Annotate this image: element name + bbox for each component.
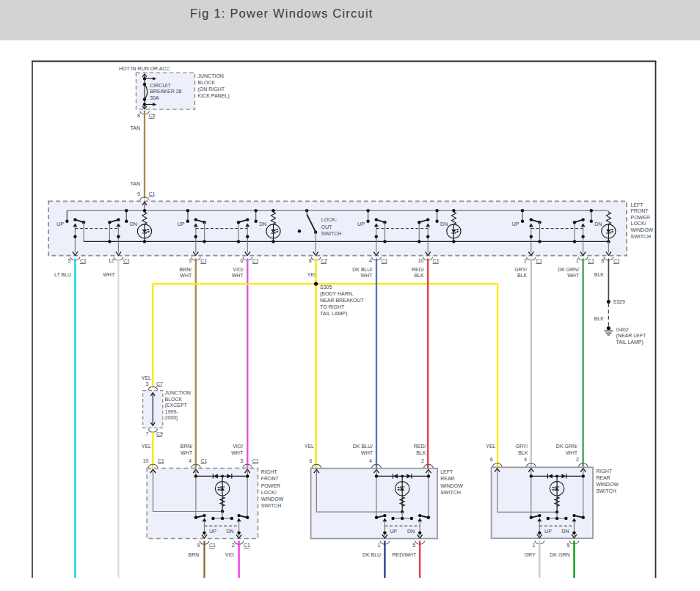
svg-text:DK GRN/: DK GRN/ xyxy=(556,444,577,449)
svg-text:SWITCH: SWITCH xyxy=(631,234,652,239)
svg-text:WINDOW: WINDOW xyxy=(631,227,654,232)
svg-text:DN: DN xyxy=(407,529,415,534)
svg-text:CIRCUIT: CIRCUIT xyxy=(150,83,171,88)
svg-text:30A: 30A xyxy=(150,95,159,100)
svg-text:UP: UP xyxy=(209,529,216,534)
svg-text:TAN: TAN xyxy=(131,181,140,186)
svg-text:LOCK/: LOCK/ xyxy=(261,490,277,495)
svg-text:4: 4 xyxy=(369,458,372,463)
svg-text:POWER: POWER xyxy=(631,215,650,220)
svg-text:DN: DN xyxy=(130,221,137,227)
svg-text:BRN/: BRN/ xyxy=(180,267,192,272)
svg-text:VIO/: VIO/ xyxy=(233,267,244,272)
svg-text:LOCK-: LOCK- xyxy=(321,217,338,222)
svg-text:WHT: WHT xyxy=(567,273,580,278)
svg-text:2: 2 xyxy=(524,258,527,263)
svg-text:BLK: BLK xyxy=(416,450,426,455)
svg-text:WINDOW: WINDOW xyxy=(440,483,463,488)
svg-text:BREAKER 28: BREAKER 28 xyxy=(150,89,181,94)
svg-text:BRN: BRN xyxy=(189,552,200,557)
svg-text:WHT: WHT xyxy=(566,450,578,455)
svg-text:1: 1 xyxy=(532,543,535,548)
svg-text:WINDOW: WINDOW xyxy=(596,482,619,487)
svg-text:LT BLU: LT BLU xyxy=(54,272,71,277)
svg-text:RIGHT: RIGHT xyxy=(596,469,613,474)
svg-text:BLK: BLK xyxy=(594,316,605,321)
svg-text:C1: C1 xyxy=(536,258,542,263)
svg-text:C7: C7 xyxy=(156,381,163,386)
svg-text:BLOCK: BLOCK xyxy=(198,80,216,85)
svg-text:LEFT: LEFT xyxy=(631,202,644,208)
svg-text:POWER: POWER xyxy=(261,483,280,488)
svg-text:REAR: REAR xyxy=(440,476,454,481)
svg-text:TO RIGHT: TO RIGHT xyxy=(320,304,345,309)
svg-text:BLK: BLK xyxy=(594,272,605,277)
svg-text:C5: C5 xyxy=(149,113,156,118)
svg-text:WHT: WHT xyxy=(181,450,193,455)
svg-text:BLK: BLK xyxy=(414,273,424,278)
svg-text:UP: UP xyxy=(178,221,185,227)
svg-text:RED/: RED/ xyxy=(414,444,426,449)
svg-text:3: 3 xyxy=(240,458,243,463)
svg-text:5: 5 xyxy=(567,543,570,548)
svg-text:DN: DN xyxy=(226,529,233,534)
svg-text:8: 8 xyxy=(137,113,140,118)
svg-text:WHT: WHT xyxy=(180,273,192,278)
svg-text:1: 1 xyxy=(377,543,380,548)
svg-text:TAN: TAN xyxy=(131,125,140,131)
svg-text:TAIL LAMP): TAIL LAMP) xyxy=(616,339,644,345)
svg-text:HOT IN RUN OR ACC: HOT IN RUN OR ACC xyxy=(119,66,170,71)
svg-text:FRONT: FRONT xyxy=(261,476,280,481)
svg-text:SWITCH: SWITCH xyxy=(261,503,282,508)
svg-text:4: 4 xyxy=(524,457,527,462)
svg-text:DK GRN: DK GRN xyxy=(550,552,569,557)
svg-text:DK GRN/: DK GRN/ xyxy=(558,267,579,272)
svg-text:YEL: YEL xyxy=(305,444,314,449)
svg-text:2000): 2000) xyxy=(165,415,178,421)
svg-text:12: 12 xyxy=(109,258,114,263)
svg-text:C1: C1 xyxy=(209,543,216,548)
svg-text:S305: S305 xyxy=(320,285,332,290)
svg-text:OUT: OUT xyxy=(321,224,333,230)
svg-text:REAR: REAR xyxy=(596,475,610,480)
svg-text:9: 9 xyxy=(197,543,200,548)
svg-text:C1: C1 xyxy=(588,258,594,263)
svg-text:6: 6 xyxy=(240,258,243,263)
svg-text:DK BLU/: DK BLU/ xyxy=(352,267,372,272)
svg-text:8: 8 xyxy=(601,258,604,263)
svg-text:10: 10 xyxy=(143,458,149,463)
svg-text:8: 8 xyxy=(309,258,312,263)
svg-text:BRN/: BRN/ xyxy=(181,444,193,449)
svg-text:C1: C1 xyxy=(123,258,130,263)
svg-text:C1: C1 xyxy=(80,258,87,263)
svg-text:(BODY HARN,: (BODY HARN, xyxy=(320,291,354,297)
svg-text:KICK PANEL): KICK PANEL) xyxy=(198,93,230,99)
svg-text:DN: DN xyxy=(440,221,448,227)
svg-text:UP: UP xyxy=(544,529,552,534)
svg-text:DK BLU/: DK BLU/ xyxy=(353,444,373,449)
svg-text:VIO: VIO xyxy=(225,552,235,557)
svg-text:C1: C1 xyxy=(149,191,156,197)
svg-text:BLK: BLK xyxy=(518,450,528,455)
svg-text:SWITCH: SWITCH xyxy=(596,488,616,493)
svg-text:6: 6 xyxy=(490,457,493,462)
svg-text:VIO/: VIO/ xyxy=(233,444,243,449)
svg-text:WHT: WHT xyxy=(361,450,373,455)
svg-text:(EXCEPT: (EXCEPT xyxy=(165,403,188,408)
svg-text:DN: DN xyxy=(594,221,602,227)
svg-text:UP: UP xyxy=(390,529,397,534)
svg-text:C1: C1 xyxy=(244,543,250,548)
svg-text:WINDOW: WINDOW xyxy=(261,496,284,502)
svg-text:(NEAR LEFT: (NEAR LEFT xyxy=(616,333,647,339)
svg-text:YEL: YEL xyxy=(142,375,151,381)
svg-text:5: 5 xyxy=(412,543,415,548)
svg-text:WHT: WHT xyxy=(231,450,244,455)
svg-text:DN: DN xyxy=(561,529,569,534)
svg-text:C1: C1 xyxy=(433,258,440,263)
svg-text:WHT: WHT xyxy=(103,272,115,277)
svg-text:C1: C1 xyxy=(252,258,259,263)
svg-text:1: 1 xyxy=(576,258,579,263)
svg-text:LEFT: LEFT xyxy=(440,469,453,474)
svg-text:UP: UP xyxy=(357,221,365,227)
svg-text:YEL: YEL xyxy=(486,444,495,449)
